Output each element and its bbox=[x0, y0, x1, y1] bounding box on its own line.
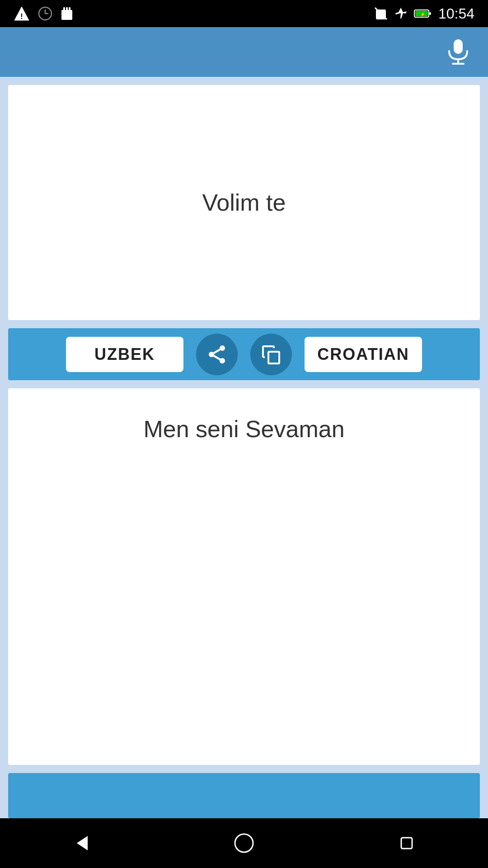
translation-panel: Men seni Sevaman bbox=[8, 388, 480, 765]
home-button[interactable] bbox=[232, 831, 256, 855]
svg-rect-7 bbox=[66, 7, 68, 11]
warning-icon: ! bbox=[14, 5, 30, 22]
svg-rect-15 bbox=[454, 39, 463, 54]
translation-text: Men seni Sevaman bbox=[143, 415, 344, 443]
copy-button[interactable] bbox=[250, 334, 292, 375]
svg-rect-6 bbox=[63, 7, 65, 11]
nav-bar bbox=[0, 818, 488, 868]
source-panel: Volim te bbox=[8, 85, 480, 320]
share-button[interactable] bbox=[196, 334, 238, 375]
lang-toolbar: UZBEK CROATIAN bbox=[8, 328, 480, 380]
svg-text:⚡: ⚡ bbox=[420, 12, 425, 17]
svg-marker-24 bbox=[77, 836, 88, 850]
bottom-accent bbox=[8, 773, 480, 818]
svg-rect-5 bbox=[61, 10, 72, 20]
source-lang-button[interactable]: UZBEK bbox=[66, 337, 183, 372]
copy-icon bbox=[260, 344, 282, 365]
status-bar-right: ⚡ 10:54 bbox=[374, 5, 474, 22]
mic-icon bbox=[446, 38, 470, 66]
status-bar-left: ! bbox=[14, 5, 73, 22]
sd-card-icon bbox=[61, 6, 73, 21]
svg-rect-8 bbox=[69, 7, 70, 11]
svg-rect-13 bbox=[429, 12, 431, 15]
status-time: 10:54 bbox=[438, 5, 474, 22]
back-button[interactable] bbox=[70, 831, 93, 855]
airplane-icon bbox=[394, 7, 408, 20]
mic-button[interactable] bbox=[446, 38, 470, 66]
app-header bbox=[0, 27, 488, 77]
svg-rect-23 bbox=[268, 352, 279, 363]
status-bar: ! ⚡ 10:54 bbox=[0, 0, 488, 27]
target-lang-button[interactable]: CROATIAN bbox=[305, 337, 422, 372]
battery-icon: ⚡ bbox=[414, 9, 432, 19]
recents-button[interactable] bbox=[395, 831, 418, 855]
main-content: Volim te UZBEK CROATIAN Men seni Sevaman bbox=[0, 77, 488, 818]
back-icon bbox=[70, 831, 93, 855]
svg-point-25 bbox=[235, 834, 253, 852]
share-icon bbox=[206, 344, 228, 365]
home-icon bbox=[232, 831, 256, 855]
recents-icon bbox=[395, 831, 418, 855]
source-text: Volim te bbox=[202, 189, 286, 216]
no-sim-icon bbox=[374, 7, 388, 20]
clock-icon bbox=[38, 6, 52, 21]
svg-text:!: ! bbox=[20, 13, 23, 20]
svg-rect-26 bbox=[401, 838, 412, 849]
